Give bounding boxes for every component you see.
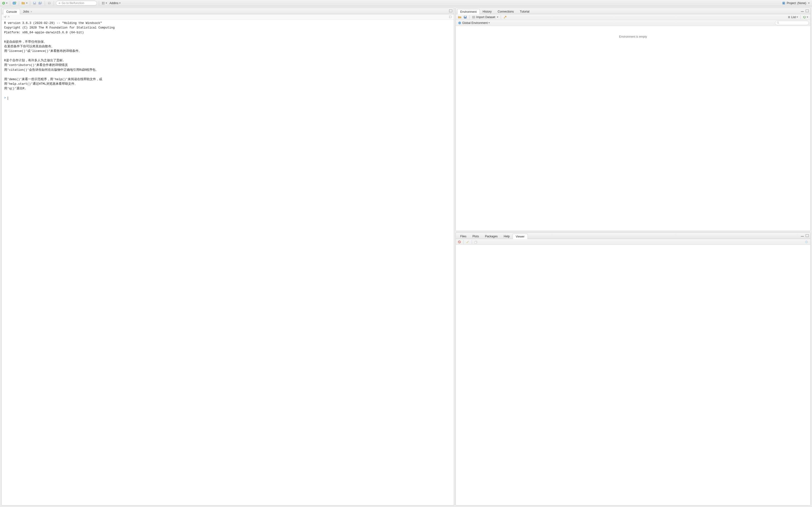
svg-rect-11	[102, 2, 103, 3]
tab-history-label: History	[483, 10, 492, 13]
svg-rect-18	[801, 11, 804, 12]
clear-workspace-button[interactable]	[503, 15, 507, 19]
separator	[19, 1, 19, 5]
app-root: Go to file/function Addins R Project: (N…	[0, 0, 812, 507]
tab-console[interactable]: Console	[3, 9, 20, 14]
svg-point-30	[805, 241, 808, 243]
tab-jobs[interactable]: Jobs ×	[20, 9, 35, 14]
console-text: R version 3.6.3 (2020-02-29) -- "Holding…	[4, 21, 115, 90]
globe-icon	[458, 21, 461, 24]
tab-files[interactable]: Files	[457, 233, 469, 239]
chevron-down-icon	[119, 3, 120, 4]
tab-packages[interactable]: Packages	[482, 233, 501, 239]
tools-grid-button[interactable]	[101, 1, 108, 6]
goto-placeholder: Go to file/function	[62, 1, 84, 5]
viewer-body	[456, 245, 810, 505]
project-selector[interactable]: R Project: (None)	[781, 1, 811, 5]
console-pane: Console Jobs × ~/	[1, 8, 454, 506]
svg-rect-13	[102, 3, 103, 4]
minimize-icon[interactable]	[801, 9, 804, 12]
goto-search-input[interactable]: Go to file/function	[56, 1, 97, 6]
separator	[45, 1, 45, 5]
save-workspace-button[interactable]	[463, 15, 468, 19]
viewer-pane: Files Plots Packages Help Viewer	[456, 232, 811, 506]
tab-viewer-label: Viewer	[516, 235, 524, 238]
separator	[30, 1, 30, 5]
chevron-down-icon	[6, 3, 7, 4]
tab-history[interactable]: History	[479, 9, 495, 14]
svg-rect-17	[449, 10, 452, 12]
tab-packages-label: Packages	[485, 235, 498, 238]
console-path: ~/	[4, 15, 6, 18]
tab-plots-label: Plots	[472, 235, 479, 238]
view-mode-label: List	[791, 15, 796, 19]
maximize-icon[interactable]	[449, 9, 452, 12]
main-body: Console Jobs × ~/	[0, 6, 812, 507]
refresh-button[interactable]	[802, 15, 809, 19]
view-mode-button[interactable]: List	[787, 15, 799, 19]
separator	[54, 1, 54, 5]
tab-connections-label: Connections	[498, 10, 514, 13]
svg-text:R: R	[783, 2, 784, 4]
chevron-down-icon	[807, 17, 808, 18]
chevron-down-icon	[797, 17, 798, 18]
svg-rect-10	[49, 3, 50, 4]
addins-label: Addins	[109, 1, 118, 5]
maximize-icon[interactable]	[806, 234, 809, 237]
popout-icon[interactable]	[7, 15, 10, 18]
left-column: Console Jobs × ~/	[0, 6, 455, 507]
console-output[interactable]: R version 3.6.3 (2020-02-29) -- "Holding…	[2, 19, 454, 505]
chevron-down-icon	[106, 3, 107, 4]
viewer-tab-row: Files Plots Packages Help Viewer	[456, 233, 810, 239]
tab-connections[interactable]: Connections	[495, 9, 517, 14]
tab-tutorial[interactable]: Tutorial	[517, 9, 532, 14]
save-button[interactable]	[32, 1, 37, 6]
tab-tutorial-label: Tutorial	[520, 10, 529, 13]
tab-environment[interactable]: Environment	[457, 9, 480, 14]
tab-viewer[interactable]: Viewer	[513, 234, 527, 239]
print-button[interactable]	[47, 1, 52, 6]
tab-console-label: Console	[6, 10, 17, 13]
env-search-input[interactable]	[775, 21, 809, 25]
prompt-symbol: >	[4, 96, 6, 101]
open-file-button[interactable]	[21, 1, 28, 6]
env-tab-row: Environment History Connections Tutorial	[456, 8, 810, 14]
console-header: ~/	[2, 14, 454, 19]
viewer-clear-button[interactable]	[457, 240, 462, 244]
import-dataset-button[interactable]: Import Dataset	[471, 15, 499, 19]
cursor	[8, 97, 8, 100]
svg-rect-19	[806, 10, 809, 12]
addins-button[interactable]: Addins	[108, 1, 121, 6]
new-file-button[interactable]	[1, 1, 8, 6]
list-icon	[788, 16, 791, 18]
tab-jobs-label: Jobs	[23, 10, 29, 13]
svg-rect-9	[49, 2, 50, 3]
viewer-broom-button[interactable]	[465, 240, 470, 244]
minimize-icon[interactable]	[801, 234, 804, 237]
maximize-icon[interactable]	[806, 9, 809, 12]
viewer-export-button[interactable]	[474, 240, 478, 244]
close-icon[interactable]: ×	[31, 10, 32, 13]
environment-pane: Environment History Connections Tutorial	[456, 8, 811, 231]
tab-plots[interactable]: Plots	[469, 233, 482, 239]
env-body: Environment is empty	[456, 26, 810, 231]
viewer-toolbar	[456, 239, 810, 245]
chevron-down-icon	[497, 17, 498, 18]
env-scope-selector[interactable]: Global Environment	[457, 21, 491, 25]
svg-rect-14	[103, 3, 104, 4]
svg-point-24	[777, 22, 778, 23]
main-toolbar: Go to file/function Addins R Project: (N…	[0, 0, 812, 6]
viewer-publish-button[interactable]	[804, 240, 809, 244]
tab-help[interactable]: Help	[501, 233, 513, 239]
new-project-button[interactable]	[12, 1, 17, 6]
chevron-down-icon	[489, 22, 490, 23]
tab-help-label: Help	[504, 235, 510, 238]
svg-rect-21	[464, 16, 466, 17]
tab-files-label: Files	[460, 235, 466, 238]
clear-console-icon[interactable]	[449, 15, 452, 18]
tab-environment-label: Environment	[460, 10, 476, 13]
save-all-button[interactable]	[38, 1, 43, 6]
env-scope-label: Global Environment	[462, 21, 488, 24]
right-column: Environment History Connections Tutorial	[455, 6, 812, 507]
load-workspace-button[interactable]	[457, 15, 462, 19]
